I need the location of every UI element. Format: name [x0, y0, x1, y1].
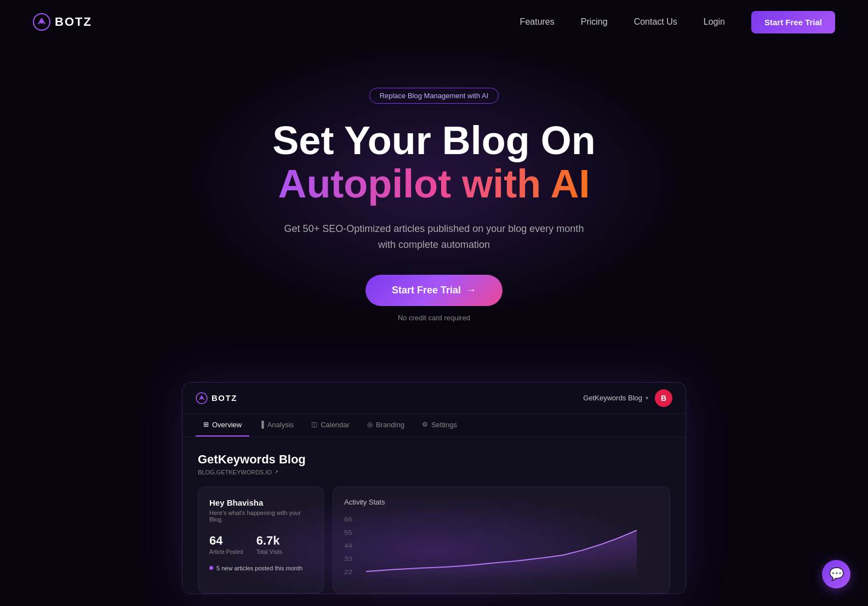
app-card-subtitle: Here's what's happening with your Blog. — [209, 509, 312, 523]
app-blog-selector[interactable]: GetKeywords Blog ▾ — [583, 394, 648, 402]
tab-branding[interactable]: ◎ Branding — [359, 414, 412, 437]
nav-contact[interactable]: Contact Us — [634, 17, 677, 27]
chevron-down-icon: ▾ — [646, 395, 648, 401]
stat-visits-label: Total Visits — [256, 549, 283, 555]
app-card-stats: Hey Bhavisha Here's what's happening wit… — [198, 486, 324, 593]
svg-text:22: 22 — [344, 569, 352, 575]
hero-subtitle: Get 50+ SEO-Optimized articles published… — [284, 221, 584, 253]
app-topbar: BOTZ GetKeywords Blog ▾ B — [182, 383, 686, 414]
hero-title-line2: Autopilot with AI — [272, 162, 595, 206]
svg-text:33: 33 — [344, 556, 352, 562]
settings-icon: ⚙ — [422, 421, 428, 428]
app-blog-title: GetKeywords Blog — [198, 452, 670, 467]
nav-cta-button[interactable]: Start Free Trial — [751, 11, 835, 33]
hero-section: Replace Blog Management with AI Set Your… — [0, 44, 868, 355]
tab-settings[interactable]: ⚙ Settings — [414, 414, 465, 437]
avatar: B — [655, 389, 672, 407]
app-stats-row: 64 Article Posted 6.7k Total Visits — [209, 534, 312, 555]
branding-icon: ◎ — [367, 421, 373, 428]
nav-login[interactable]: Login — [704, 17, 725, 27]
logo-icon — [33, 13, 50, 31]
app-logo: BOTZ — [196, 392, 237, 404]
hero-title-line1: Set Your Blog On — [272, 119, 595, 162]
app-stat-highlight: 5 new articles posted this month — [209, 565, 312, 571]
hero-title: Set Your Blog On Autopilot with AI — [272, 119, 595, 206]
activity-chart: 66 55 44 33 22 — [344, 514, 659, 580]
external-link-icon: ↗ — [274, 469, 278, 475]
hero-badge: Replace Blog Management with AI — [369, 88, 499, 104]
app-topbar-right: GetKeywords Blog ▾ B — [583, 389, 672, 407]
stat-articles-value: 64 — [209, 534, 243, 548]
navbar: BOTZ Features Pricing Contact Us Login S… — [0, 0, 868, 44]
nav-features[interactable]: Features — [520, 17, 555, 27]
logo[interactable]: BOTZ — [33, 13, 92, 31]
app-chart-title: Activity Stats — [344, 498, 659, 506]
stat-articles: 64 Article Posted — [209, 534, 243, 555]
app-greeting: Hey Bhavisha — [209, 498, 312, 507]
svg-point-3 — [201, 397, 203, 399]
nav-pricing[interactable]: Pricing — [581, 17, 608, 27]
app-preview-wrapper: BOTZ GetKeywords Blog ▾ B ⊞ Overview ▐ A… — [0, 382, 868, 594]
app-cards: Hey Bhavisha Here's what's happening wit… — [198, 486, 670, 593]
app-nav: ⊞ Overview ▐ Analysis ◫ Calendar ◎ Brand… — [182, 414, 686, 437]
stat-articles-label: Article Posted — [209, 549, 243, 555]
tab-calendar[interactable]: ◫ Calendar — [304, 414, 357, 437]
brand-name: BOTZ — [55, 15, 92, 29]
calendar-icon: ◫ — [311, 421, 317, 428]
app-logo-icon — [196, 392, 208, 404]
svg-text:66: 66 — [344, 517, 352, 523]
app-card-chart: Activity Stats 66 55 44 33 22 — [333, 486, 670, 593]
svg-text:55: 55 — [344, 530, 352, 536]
svg-point-1 — [40, 20, 43, 24]
chat-button[interactable]: 💬 — [822, 560, 850, 588]
app-preview: BOTZ GetKeywords Blog ▾ B ⊞ Overview ▐ A… — [182, 382, 686, 594]
stat-visits: 6.7k Total Visits — [256, 534, 283, 555]
dot-icon — [209, 566, 213, 570]
svg-text:44: 44 — [344, 543, 352, 549]
hero-cta-button[interactable]: Start Free Trial → — [366, 275, 502, 306]
stat-visits-value: 6.7k — [256, 534, 283, 548]
arrow-icon: → — [466, 285, 476, 296]
analysis-icon: ▐ — [259, 421, 264, 428]
app-blog-url: BLOG.GETKEYWORDS.IO ↗ — [198, 469, 670, 475]
chat-icon: 💬 — [829, 568, 844, 580]
tab-analysis[interactable]: ▐ Analysis — [252, 414, 301, 437]
app-content: GetKeywords Blog BLOG.GETKEYWORDS.IO ↗ H… — [182, 437, 686, 593]
tab-overview[interactable]: ⊞ Overview — [196, 414, 249, 437]
hero-no-cc-text: No credit card required — [398, 314, 470, 322]
overview-icon: ⊞ — [203, 421, 209, 428]
nav-links: Features Pricing Contact Us Login Start … — [520, 11, 835, 33]
